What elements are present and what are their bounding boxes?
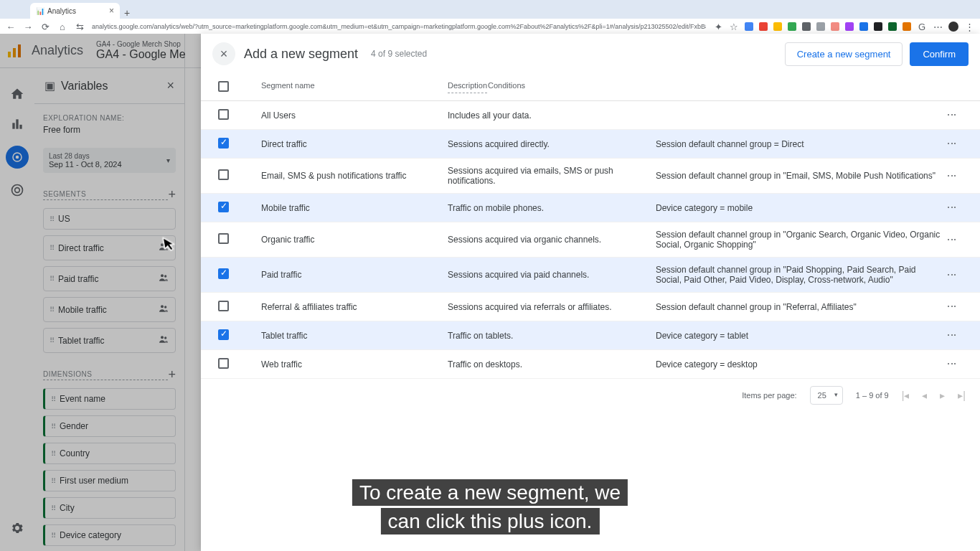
segment-conditions: Session default channel group in "Email,… (656, 171, 941, 181)
column-header-desc[interactable]: Description (448, 81, 487, 93)
items-per-page-select[interactable]: 25 (810, 386, 843, 405)
tab-title: Analytics (47, 7, 76, 15)
segment-description: Sessions acquired via organic channels. (448, 235, 656, 245)
row-menu-icon[interactable]: ⋮ (946, 138, 958, 147)
row-checkbox[interactable] (218, 268, 229, 279)
table-row[interactable]: Tablet traffic Traffic on tablets. Devic… (201, 321, 980, 350)
segment-conditions: Device category = mobile (656, 203, 941, 213)
row-checkbox[interactable] (218, 301, 229, 311)
select-all-checkbox[interactable] (218, 81, 229, 92)
segment-conditions: Device category = tablet (656, 331, 941, 341)
row-checkbox[interactable] (218, 169, 229, 180)
ext-icon[interactable] (816, 22, 825, 31)
ext-icon[interactable] (759, 22, 768, 31)
segment-conditions: Session default channel group in "Referr… (656, 302, 941, 312)
confirm-button[interactable]: Confirm (910, 42, 969, 66)
row-menu-icon[interactable]: ⋮ (946, 202, 958, 211)
row-checkbox[interactable] (218, 202, 229, 212)
ext-icon[interactable] (745, 22, 753, 31)
row-menu-icon[interactable]: ⋮ (946, 171, 958, 179)
next-page-icon[interactable]: ▸ (940, 390, 945, 401)
row-checkbox[interactable] (218, 138, 229, 149)
table-row[interactable]: Paid traffic Sessions acquired via paid … (201, 258, 980, 293)
forward-icon[interactable]: → (23, 22, 33, 32)
last-page-icon[interactable]: ▸| (958, 390, 966, 401)
segment-conditions: Session default channel group in "Organi… (656, 230, 941, 250)
segment-conditions: Device category = desktop (656, 359, 941, 369)
segment-description: Sessions acquired via emails, SMS or pus… (448, 166, 656, 186)
url-bar[interactable]: analytics.google.com/analytics/web/?utm_… (92, 23, 706, 30)
menu-icon[interactable]: ⋮ (964, 22, 974, 32)
modal-subtitle: 4 of 9 selected (371, 49, 427, 59)
table-row[interactable]: Web traffic Traffic on desktops. Device … (201, 350, 980, 379)
segment-description: Sessions acquired via paid channels. (448, 270, 656, 280)
close-modal-button[interactable]: × (212, 42, 235, 65)
segment-name: All Users (261, 110, 448, 121)
segment-description: Traffic on mobile phones. (448, 203, 656, 213)
ext-icon[interactable] (831, 22, 839, 31)
table-row[interactable]: Mobile traffic Traffic on mobile phones.… (201, 194, 980, 222)
create-segment-button[interactable]: Create a new segment (785, 42, 903, 66)
first-page-icon[interactable]: |◂ (902, 390, 910, 401)
new-tab-button[interactable]: + (120, 7, 134, 19)
row-menu-icon[interactable]: ⋮ (946, 110, 958, 118)
table-row[interactable]: All Users Includes all your data. ⋮ (201, 101, 980, 130)
row-menu-icon[interactable]: ⋮ (946, 330, 958, 339)
home-icon[interactable]: ⌂ (57, 22, 67, 32)
segment-name: Organic traffic (261, 235, 448, 245)
extension-icons: ✦ ☆ G ⋯ ⋮ (713, 22, 974, 32)
row-menu-icon[interactable]: ⋮ (946, 235, 958, 243)
close-icon[interactable]: × (109, 6, 114, 16)
column-header-name[interactable]: Segment name (261, 81, 448, 93)
segment-name: Referral & affiliates traffic (261, 302, 448, 312)
table-row[interactable]: Email, SMS & push notifications traffic … (201, 159, 980, 194)
ext-icon[interactable] (773, 22, 782, 31)
column-header-cond[interactable]: Conditions (488, 81, 941, 93)
segment-name: Tablet traffic (261, 331, 448, 341)
reload-icon[interactable]: ⟳ (40, 22, 50, 32)
segment-name: Paid traffic (261, 270, 448, 280)
ext-icon[interactable]: ☆ (729, 22, 739, 32)
segment-conditions: Session default channel group = Direct (656, 139, 941, 149)
segment-name: Mobile traffic (261, 203, 448, 213)
ext-icon[interactable] (859, 22, 868, 31)
prev-page-icon[interactable]: ◂ (922, 390, 927, 401)
ext-icon[interactable]: ✦ (713, 22, 723, 32)
browser-tab[interactable]: 📊 Analytics × (30, 3, 120, 19)
video-caption: To create a new segment, we can click th… (352, 479, 628, 537)
table-row[interactable]: Direct traffic Sessions acquired directl… (201, 130, 980, 159)
profile-avatar[interactable] (948, 22, 958, 32)
ext-icon[interactable] (845, 22, 854, 31)
ext-icon[interactable] (802, 22, 811, 31)
page-range: 1 – 9 of 9 (856, 391, 889, 400)
browser-chrome: 📊 Analytics × + ← → ⟳ ⌂ ⇆ analytics.goog… (0, 0, 980, 34)
row-menu-icon[interactable]: ⋮ (946, 270, 958, 278)
row-checkbox[interactable] (218, 109, 229, 120)
pagination: Items per page: 25 1 – 9 of 9 |◂ ◂ ▸ ▸| (201, 379, 980, 412)
segment-description: Sessions acquired via referrals or affil… (448, 302, 656, 312)
ext-icon[interactable] (874, 22, 882, 31)
lock-icon: ⇆ (75, 22, 85, 32)
ext-icon[interactable]: G (917, 22, 927, 32)
row-menu-icon[interactable]: ⋮ (946, 301, 958, 310)
back-icon[interactable]: ← (6, 22, 16, 32)
table-row[interactable]: Organic traffic Sessions acquired via or… (201, 222, 980, 258)
segment-description: Includes all your data. (448, 110, 656, 121)
segment-modal: × Add a new segment 4 of 9 selected Crea… (201, 34, 980, 551)
row-checkbox[interactable] (218, 233, 229, 244)
items-per-page-label: Items per page: (742, 391, 796, 400)
segment-name: Email, SMS & push notifications traffic (261, 171, 448, 181)
ext-icon[interactable] (788, 22, 796, 31)
segment-name: Web traffic (261, 359, 448, 369)
row-checkbox[interactable] (218, 329, 229, 340)
ext-icon[interactable] (903, 22, 911, 31)
segment-name: Direct traffic (261, 139, 448, 149)
ext-icon[interactable]: ⋯ (933, 22, 943, 32)
row-checkbox[interactable] (218, 358, 229, 369)
table-row[interactable]: Referral & affiliates traffic Sessions a… (201, 293, 980, 321)
segment-description: Sessions acquired directly. (448, 139, 656, 149)
tab-favicon: 📊 (36, 7, 44, 15)
row-menu-icon[interactable]: ⋮ (946, 359, 958, 367)
ext-icon[interactable] (888, 22, 897, 31)
segment-description: Traffic on desktops. (448, 359, 656, 369)
